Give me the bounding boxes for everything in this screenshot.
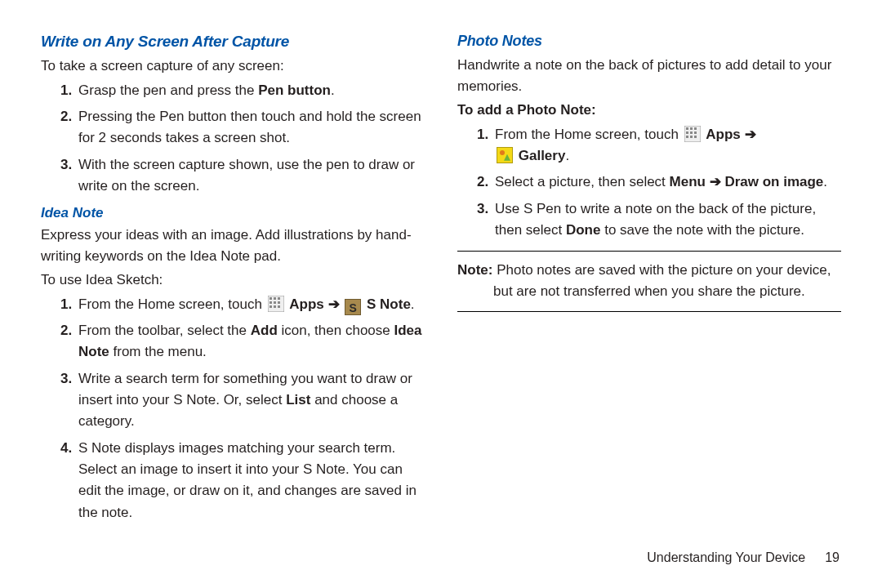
svg-rect-14	[686, 131, 688, 134]
intro-write-on-any-screen: To take a screen capture of any screen:	[41, 56, 425, 77]
apps-icon	[268, 296, 284, 312]
arrow-icon: ➔	[324, 296, 343, 312]
steps-photo-note: 1. From the Home screen, touch Apps ➔ Ga…	[457, 124, 841, 242]
step-text-post: .	[411, 296, 415, 312]
svg-rect-12	[690, 127, 693, 130]
right-column: Photo Notes Handwrite a note on the back…	[457, 33, 841, 539]
note-label: Note:	[457, 262, 492, 278]
divider-rule	[457, 251, 841, 252]
step-text-pre: From the Home screen, touch	[78, 296, 266, 312]
step-text-post: .	[565, 148, 569, 163]
divider-rule	[457, 311, 841, 312]
svg-rect-9	[278, 305, 280, 308]
step-text-pre: Select a picture, then select	[495, 174, 670, 189]
step-text-post: .	[331, 82, 335, 98]
step-3: 3. With the screen capture shown, use th…	[60, 154, 425, 198]
left-column: Write on Any Screen After Capture To tak…	[41, 33, 425, 539]
step-text: S Note displays images matching your sea…	[78, 440, 416, 520]
gallery-icon	[497, 147, 513, 163]
step-1: 1. From the Home screen, touch Apps ➔ S …	[60, 294, 425, 315]
heading-photo-notes: Photo Notes	[457, 33, 841, 50]
bold-list: List	[286, 392, 310, 408]
page-footer: Understanding Your Device19	[647, 550, 840, 565]
step-3: 3. Use S Pen to write a note on the back…	[477, 198, 841, 242]
svg-rect-3	[278, 297, 280, 300]
svg-rect-19	[694, 136, 697, 138]
apps-icon	[684, 126, 701, 142]
note-text: Photo notes are saved with the picture o…	[492, 262, 831, 299]
steps-idea-sketch: 1. From the Home screen, touch Apps ➔ S …	[41, 294, 425, 523]
svg-rect-13	[694, 127, 697, 130]
bold-draw-on-image: Draw on image	[724, 174, 823, 189]
step-text: With the screen capture shown, use the p…	[78, 157, 415, 194]
bold-apps: Apps	[706, 127, 741, 142]
step-text-pre: From the Home screen, touch	[495, 127, 683, 142]
bold-pen-button: Pen button	[258, 82, 331, 98]
svg-rect-6	[278, 301, 280, 304]
footer-page-number: 19	[825, 550, 840, 564]
step-text-pre: From the toolbar, select the	[78, 323, 251, 338]
photo-note-leadin: To add a Photo Note:	[457, 100, 841, 121]
page-columns: Write on Any Screen After Capture To tak…	[41, 33, 841, 539]
step-text-mid: icon, then choose	[278, 323, 394, 338]
step-text-post: from the menu.	[109, 344, 207, 359]
step-1: 1. From the Home screen, touch Apps ➔ Ga…	[477, 124, 841, 167]
svg-rect-17	[686, 136, 688, 138]
step-text: Pressing the Pen button then touch and h…	[78, 109, 421, 145]
step-2: 2. Select a picture, then select Menu ➔ …	[477, 172, 841, 193]
idea-sketch-leadin: To use Idea Sketch:	[41, 270, 425, 291]
note-block: Note: Photo notes are saved with the pic…	[457, 260, 841, 301]
step-text: Grasp the pen and press the	[78, 82, 258, 98]
steps-screen-capture: 1. Grasp the pen and press the Pen butto…	[41, 80, 425, 198]
svg-rect-18	[690, 136, 693, 138]
idea-note-description: Express your ideas with an image. Add il…	[41, 225, 425, 266]
heading-write-on-any-screen: Write on Any Screen After Capture	[41, 33, 425, 51]
bold-gallery: Gallery	[519, 148, 566, 163]
svg-rect-4	[270, 301, 272, 304]
svg-rect-15	[690, 131, 693, 134]
bold-s-note: S Note	[367, 296, 411, 312]
arrow-icon: ➔	[706, 174, 724, 189]
svg-rect-1	[270, 297, 272, 300]
svg-rect-8	[274, 305, 276, 308]
step-4: 4. S Note displays images matching your …	[60, 438, 425, 523]
footer-chapter: Understanding Your Device	[647, 550, 805, 564]
step-1: 1. Grasp the pen and press the Pen butto…	[60, 80, 425, 101]
photo-notes-description: Handwrite a note on the back of pictures…	[457, 55, 841, 96]
bold-menu: Menu	[670, 174, 706, 189]
bold-done: Done	[566, 222, 601, 238]
step-3: 3. Write a search term for something you…	[60, 368, 425, 433]
heading-idea-note: Idea Note	[41, 205, 425, 221]
svg-rect-16	[694, 131, 697, 134]
step-text-post: to save the note with the picture.	[600, 222, 804, 238]
svg-rect-11	[686, 127, 688, 130]
svg-rect-5	[274, 301, 276, 304]
s-note-icon: S	[345, 299, 361, 315]
arrow-icon: ➔	[741, 127, 756, 142]
step-2: 2. From the toolbar, select the Add icon…	[60, 320, 425, 363]
svg-rect-2	[274, 297, 276, 300]
bold-add: Add	[251, 323, 278, 338]
svg-rect-7	[270, 305, 272, 308]
step-2: 2. Pressing the Pen button then touch an…	[60, 106, 425, 149]
step-text-post: .	[823, 174, 827, 189]
bold-apps: Apps	[289, 296, 324, 312]
